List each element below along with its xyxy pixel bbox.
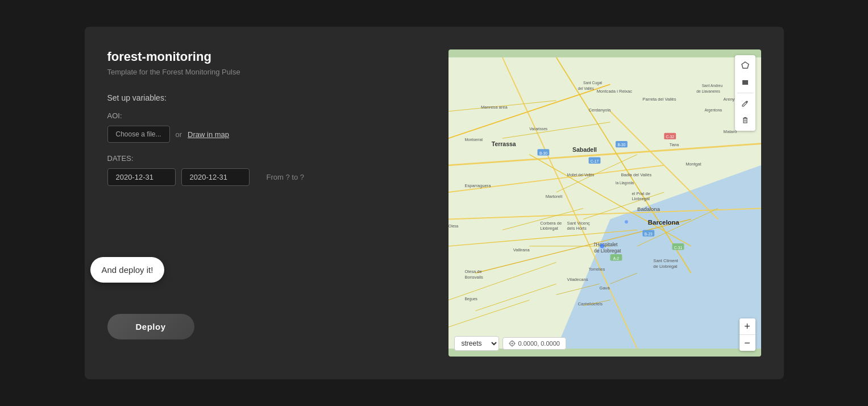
start-date-input[interactable] xyxy=(107,168,176,186)
svg-text:Manresa area: Manresa area xyxy=(480,105,508,110)
draw-in-map-button[interactable]: Draw in map xyxy=(188,130,229,139)
svg-text:Montcada i Reixac: Montcada i Reixac xyxy=(596,89,632,94)
choose-file-button[interactable]: Choose a file... xyxy=(107,126,170,143)
map-zoom-controls: + − xyxy=(740,318,755,351)
app-title: forest-monitoring xyxy=(107,49,437,64)
svg-text:Mataró: Mataró xyxy=(723,129,737,134)
svg-text:Llobregat: Llobregat xyxy=(540,226,558,231)
svg-text:Sabadell: Sabadell xyxy=(572,147,597,153)
map-bottom-controls: streets satellite terrain 0.0000, 0.0000 xyxy=(454,336,566,351)
svg-text:B-30: B-30 xyxy=(539,151,547,155)
end-date-input[interactable] xyxy=(181,168,250,186)
svg-point-82 xyxy=(600,244,604,248)
svg-text:Sant Andreu: Sant Andreu xyxy=(701,84,722,88)
map-svg: Terrassa Sabadell Barcelona Badalona l'H… xyxy=(448,49,761,357)
svg-text:Olesa de: Olesa de xyxy=(464,269,481,274)
svg-text:Argentona: Argentona xyxy=(704,108,722,113)
svg-text:Llobregat: Llobregat xyxy=(632,196,650,201)
main-container: forest-monitoring Template for the Fores… xyxy=(85,27,784,379)
svg-text:el Prat de: el Prat de xyxy=(632,191,650,196)
svg-text:Barcelona: Barcelona xyxy=(647,219,679,226)
polygon-tool-button[interactable] xyxy=(737,57,753,73)
zoom-in-button[interactable]: + xyxy=(740,318,755,334)
map-background: Terrassa Sabadell Barcelona Badalona l'H… xyxy=(448,49,761,357)
svg-point-83 xyxy=(625,220,628,223)
svg-text:C-17: C-17 xyxy=(590,159,599,163)
map-toolbar xyxy=(735,55,755,131)
rectangle-tool-button[interactable] xyxy=(737,74,753,90)
app-subtitle: Template for the Forest Monitoring Pulse xyxy=(107,68,437,76)
delete-tool-button[interactable] xyxy=(737,113,753,129)
svg-rect-85 xyxy=(742,80,748,85)
left-panel: forest-monitoring Template for the Fores… xyxy=(107,49,437,357)
svg-text:Terrassa: Terrassa xyxy=(491,141,516,147)
or-text: or xyxy=(176,130,182,139)
svg-text:Sant Vicenç: Sant Vicenç xyxy=(567,221,590,226)
variables-section-label: Set up variables: xyxy=(107,93,437,102)
map-coordinates: 0.0000, 0.0000 xyxy=(502,337,566,350)
svg-text:de Llobregat: de Llobregat xyxy=(653,264,678,269)
svg-text:de Llobregat: de Llobregat xyxy=(594,248,621,254)
svg-text:Corbera de: Corbera de xyxy=(540,221,562,226)
svg-text:Begues: Begues xyxy=(464,297,477,301)
dates-section: DATES: From ? to ? xyxy=(107,154,437,186)
coordinates-text: 0.0000, 0.0000 xyxy=(518,340,560,347)
edit-tool-button[interactable] xyxy=(737,96,753,111)
dates-row: From ? to ? xyxy=(107,168,437,186)
svg-text:Sant Climent: Sant Climent xyxy=(653,258,678,263)
svg-text:Torrelles: Torrelles xyxy=(588,267,605,272)
zoom-out-button[interactable]: − xyxy=(740,335,755,351)
svg-text:Vallirana: Vallirana xyxy=(513,247,530,252)
svg-text:Gavà: Gavà xyxy=(599,285,610,291)
svg-text:Badia del Vallès: Badia del Vallès xyxy=(621,172,651,177)
svg-text:Tiana: Tiana xyxy=(669,143,679,147)
tooltip-bubble: And deploy it! xyxy=(90,257,165,283)
svg-text:Montgat: Montgat xyxy=(686,161,701,167)
location-icon xyxy=(509,340,516,347)
svg-text:Parreta del Vallès: Parreta del Vallès xyxy=(642,97,676,102)
toolbar-divider xyxy=(737,93,753,93)
svg-text:Vacarisses: Vacarisses xyxy=(529,127,548,131)
svg-text:la Llagosta: la Llagosta xyxy=(615,181,633,185)
svg-text:B-23: B-23 xyxy=(644,232,652,236)
svg-text:Bonsvalls: Bonsvalls xyxy=(464,275,483,280)
svg-text:B-30: B-30 xyxy=(617,143,625,147)
svg-text:Olesa: Olesa xyxy=(448,224,459,228)
svg-point-92 xyxy=(511,343,513,345)
svg-text:C-32: C-32 xyxy=(666,135,674,139)
date-range-text: From ? to ? xyxy=(267,173,304,181)
svg-text:A-2: A-2 xyxy=(613,256,619,260)
svg-text:Montserrat: Montserrat xyxy=(464,138,483,142)
aoi-label: AOI: xyxy=(107,111,437,120)
aoi-row: Choose a file... or Draw in map xyxy=(107,126,437,143)
svg-text:Martorell: Martorell xyxy=(545,194,562,199)
deploy-button[interactable]: Deploy xyxy=(107,314,194,339)
svg-text:C-31: C-31 xyxy=(674,246,682,250)
svg-text:Badalona: Badalona xyxy=(637,206,660,212)
svg-text:Sant Cugat: Sant Cugat xyxy=(583,81,602,85)
svg-text:Viladecans: Viladecans xyxy=(567,277,588,282)
svg-text:dels Horts: dels Horts xyxy=(567,226,586,231)
dates-label: DATES: xyxy=(107,154,437,163)
svg-rect-86 xyxy=(744,118,747,123)
svg-marker-84 xyxy=(742,62,749,68)
svg-text:Esparraguera: Esparraguera xyxy=(464,183,491,188)
map-style-select[interactable]: streets satellite terrain xyxy=(454,336,499,351)
svg-text:Mollet del Vallès: Mollet del Vallès xyxy=(567,173,594,177)
svg-text:Cerdanyola: Cerdanyola xyxy=(588,107,611,113)
map-container: Terrassa Sabadell Barcelona Badalona l'H… xyxy=(448,49,761,357)
svg-text:del Vallès: del Vallès xyxy=(578,86,594,90)
svg-text:l'Hospitalet: l'Hospitalet xyxy=(594,242,618,247)
svg-text:de Llavaneres: de Llavaneres xyxy=(696,89,720,93)
